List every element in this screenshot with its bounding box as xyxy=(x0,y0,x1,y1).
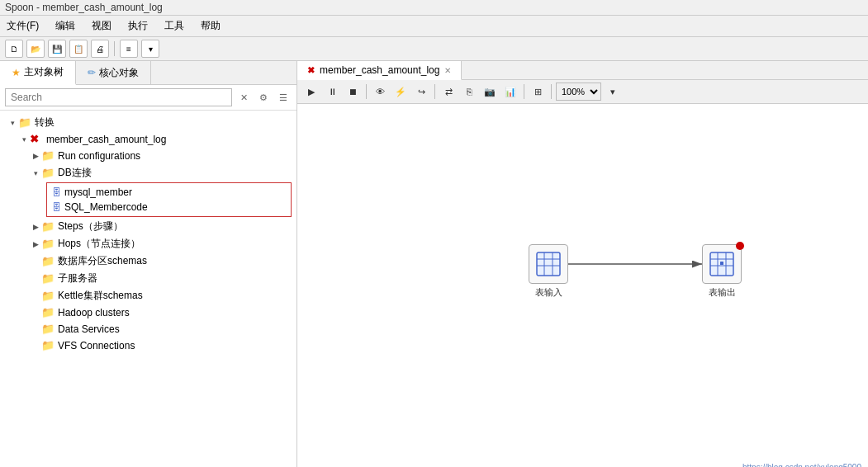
table-input-label: 表输入 xyxy=(535,286,562,299)
editor-tabs: ✖ member_cash_amount_log ✕ xyxy=(297,61,868,80)
tab-close-btn[interactable]: ✕ xyxy=(444,66,451,75)
shuffle-btn[interactable]: ⇄ xyxy=(439,83,458,101)
tree-hops[interactable]: ▶ 📁 Hops（节点连接） xyxy=(0,235,296,252)
db-label: DB连接 xyxy=(58,166,92,180)
chart-btn[interactable]: 📊 xyxy=(501,83,519,101)
step-table-input[interactable]: 表输入 xyxy=(529,244,568,299)
folder-icon-kettle: 📁 xyxy=(41,290,55,303)
tab-main-objects[interactable]: ★ 主对象树 xyxy=(0,61,76,85)
ds-label: Data Services xyxy=(58,323,120,335)
save-btn[interactable]: 💾 xyxy=(48,40,66,58)
tb-sep3 xyxy=(524,84,524,99)
run-btn[interactable]: ▶ xyxy=(302,83,320,101)
zoom-select[interactable]: 100% 50% 75% 125% 150% 200% xyxy=(556,83,601,101)
title-text: Spoon - member_cash_amount_log xyxy=(5,2,163,13)
transform-icon: ✖ xyxy=(30,133,43,146)
tree-db-connections[interactable]: ▾ 📁 DB连接 xyxy=(0,164,296,182)
editor-tab-main[interactable]: ✖ member_cash_amount_log ✕ xyxy=(297,61,462,80)
tree-steps[interactable]: ▶ 📁 Steps（步骤） xyxy=(0,218,296,235)
folder-icon-hops: 📁 xyxy=(41,238,55,251)
folder-icon-ds: 📁 xyxy=(41,323,55,336)
tree-kettle-schemas[interactable]: ▶ 📁 Kettle集群schemas xyxy=(0,287,296,304)
hadoop-label: Hadoop clusters xyxy=(58,307,130,318)
db-icon-sql: 🗄 xyxy=(52,202,61,212)
tree-root[interactable]: ▾ 📁 转换 xyxy=(0,114,296,131)
arrow-btn[interactable]: ↪ xyxy=(412,83,430,101)
snapshot-btn[interactable]: 📷 xyxy=(481,83,499,101)
menu-tools[interactable]: 工具 xyxy=(161,17,187,35)
folder-icon-sub: 📁 xyxy=(41,272,55,285)
tree-data-services[interactable]: ▶ 📁 Data Services xyxy=(0,321,296,337)
tree-vfs[interactable]: ▶ 📁 VFS Connections xyxy=(0,337,296,354)
layers-btn[interactable]: ≡ xyxy=(120,40,138,58)
folder-icon-run: 📁 xyxy=(41,149,55,163)
new-btn[interactable]: 🗋 xyxy=(5,40,23,58)
tree-mysql-member[interactable]: 🗄 mysql_member xyxy=(47,185,291,200)
tree-hadoop[interactable]: ▶ 📁 Hadoop clusters xyxy=(0,304,296,321)
tb-sep4 xyxy=(551,84,552,99)
copy-btn[interactable]: ⎘ xyxy=(460,83,478,101)
folder-icon-db: 📁 xyxy=(41,167,55,180)
db-icon-mysql: 🗄 xyxy=(52,187,61,197)
search-input[interactable] xyxy=(5,88,232,106)
tree-db-schemas[interactable]: ▶ 📁 数据库分区schemas xyxy=(0,252,296,270)
root-arrow: ▾ xyxy=(7,119,18,127)
root-label: 转换 xyxy=(35,116,55,130)
toolbar-sep-1 xyxy=(114,41,115,56)
tree-subserver[interactable]: ▶ 📁 子服务器 xyxy=(0,270,296,287)
vfs-label: VFS Connections xyxy=(58,340,135,351)
stop-btn[interactable]: ⏹ xyxy=(344,83,362,101)
search-bar: ✕ ⚙ ☰ xyxy=(0,85,296,111)
table-output-svg xyxy=(709,251,735,277)
tree-sql-membercode[interactable]: 🗄 SQL_Membercode xyxy=(47,200,291,215)
right-panel: ✖ member_cash_amount_log ✕ ▶ ⏸ ⏹ 👁 ⚡ ↪ ⇄… xyxy=(297,61,868,467)
menu-edit[interactable]: 编辑 xyxy=(52,17,78,35)
main-toolbar: 🗋 📂 💾 📋 🖨 ≡ ▾ xyxy=(0,37,868,61)
config-btn[interactable]: ▾ xyxy=(141,40,159,58)
db-schemas-label: 数据库分区schemas xyxy=(58,254,147,268)
panel-tabs: ★ 主对象树 ✏ 核心对象 xyxy=(0,61,296,85)
pause-btn[interactable]: ⏸ xyxy=(323,83,341,101)
table-input-svg xyxy=(535,251,562,277)
tab-core-objects[interactable]: ✏ 核心对象 xyxy=(76,61,151,84)
pencil-icon: ✏ xyxy=(88,67,96,78)
left-panel: ★ 主对象树 ✏ 核心对象 ✕ ⚙ ☰ ▾ 📁 转换 xyxy=(0,61,297,467)
menu-run[interactable]: 执行 xyxy=(125,17,151,35)
editor-tab-label: member_cash_amount_log xyxy=(320,64,439,76)
menu-help[interactable]: 帮助 xyxy=(197,17,224,35)
folder-icon: 📁 xyxy=(18,116,31,130)
search-list-icon[interactable]: ☰ xyxy=(275,89,292,106)
watermark: https://blog.csdn.net/xulong5000 xyxy=(742,463,861,467)
tab-core-label: 核心对象 xyxy=(99,66,139,80)
main-layout: ★ 主对象树 ✏ 核心对象 ✕ ⚙ ☰ ▾ 📁 转换 xyxy=(0,61,868,467)
transform-label: member_cash_amount_log xyxy=(46,134,166,145)
step-table-output[interactable]: 表输出 xyxy=(702,244,742,299)
saveas-btn[interactable]: 📋 xyxy=(69,40,88,58)
svg-rect-0 xyxy=(537,252,560,276)
table-output-icon-box xyxy=(702,244,742,284)
kettle-label: Kettle集群schemas xyxy=(58,289,143,303)
search-options-icon[interactable]: ⚙ xyxy=(255,89,272,106)
print-btn[interactable]: 🖨 xyxy=(91,40,109,58)
preview-btn[interactable]: ⚡ xyxy=(391,83,410,101)
canvas: 表输入 xyxy=(297,104,868,467)
menu-bar: 文件(F) 编辑 视图 执行 工具 帮助 xyxy=(0,16,868,37)
arrow-svg xyxy=(297,104,868,467)
tree: ▾ 📁 转换 ▾ ✖ member_cash_amount_log ▶ 📁 Ru… xyxy=(0,111,296,467)
transform-arrow: ▾ xyxy=(18,135,30,144)
steps-arrow: ▶ xyxy=(30,223,41,231)
eye-btn[interactable]: 👁 xyxy=(371,83,389,101)
tab-main-label: 主对象树 xyxy=(24,65,64,79)
folder-icon-steps: 📁 xyxy=(41,220,55,234)
tree-run-configs[interactable]: ▶ 📁 Run configurations xyxy=(0,148,296,164)
tree-transform[interactable]: ▾ ✖ member_cash_amount_log xyxy=(0,131,296,148)
menu-file[interactable]: 文件(F) xyxy=(3,17,42,35)
star-icon: ★ xyxy=(12,67,21,78)
search-clear-icon[interactable]: ✕ xyxy=(235,89,252,106)
run-arrow: ▶ xyxy=(30,152,41,160)
hops-label: Hops（节点连接） xyxy=(58,237,140,251)
grid-btn[interactable]: ⊞ xyxy=(529,83,547,101)
open-btn[interactable]: 📂 xyxy=(26,40,45,58)
menu-view[interactable]: 视图 xyxy=(88,17,115,35)
zoom-dropdown[interactable]: ▾ xyxy=(604,83,622,101)
